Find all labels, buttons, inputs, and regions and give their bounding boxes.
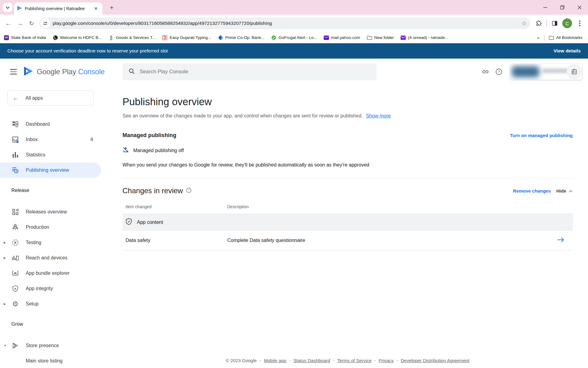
- minimize-button[interactable]: [537, 0, 554, 15]
- remove-changes-link[interactable]: Remove changes: [513, 188, 551, 194]
- view-details-button[interactable]: View details: [554, 48, 581, 54]
- browser-tab[interactable]: Publishing overview | Ratnadee ✕: [14, 2, 102, 15]
- footer-link-terms[interactable]: Terms of Service: [337, 358, 371, 363]
- search-input[interactable]: [140, 69, 371, 75]
- section-label-release: Release: [11, 188, 101, 193]
- bookmark-gst[interactable]: Goods & Services T...: [108, 35, 156, 40]
- all-bookmarks-button[interactable]: All Bookmarks: [549, 35, 582, 40]
- bookmark-star-icon[interactable]: ☆: [522, 20, 527, 27]
- bookmark-unread-mail[interactable]: (4 unread) - ratnade...: [401, 35, 448, 40]
- browser-profile-avatar[interactable]: C: [562, 18, 572, 28]
- side-panel-icon[interactable]: [549, 17, 560, 29]
- sidebar-item-setup[interactable]: ▶ ⚙ Setup: [0, 296, 101, 312]
- logo-text: Google Play Console: [37, 67, 105, 76]
- show-more-link[interactable]: Show more: [366, 113, 391, 118]
- back-button[interactable]: ←: [2, 17, 14, 29]
- managed-publishing-off-icon: [123, 147, 129, 154]
- close-button[interactable]: [571, 0, 588, 15]
- footer-link-status-dashboard[interactable]: Status Dashboard: [293, 358, 330, 363]
- bookmark-sbi[interactable]: State Bank of India: [4, 35, 46, 40]
- banner-text: Choose your account verification deadlin…: [7, 48, 168, 54]
- sidebar-item-app-integrity[interactable]: ★ App integrity: [0, 281, 101, 296]
- rocket-icon: [12, 224, 19, 231]
- browser-tab-strip: Publishing overview | Ratnadee ✕ +: [0, 0, 588, 15]
- bookmark-gujarati-typing[interactable]: Easy Gujarati Typing...: [162, 35, 211, 40]
- hamburger-menu-icon[interactable]: [7, 65, 20, 79]
- bookmarks-overflow-icon[interactable]: »: [537, 35, 539, 40]
- expand-triangle-icon[interactable]: ▶: [4, 241, 6, 244]
- verification-banner: Choose your account verification deadlin…: [0, 43, 588, 59]
- column-header-item-changed: Item changed: [123, 204, 224, 213]
- bookmarks-bar: State Bank of India Welcome to HDFC B...…: [0, 32, 588, 43]
- sidebar-item-dashboard[interactable]: Dashboard: [0, 117, 101, 132]
- sidebar-item-production[interactable]: Production: [0, 220, 101, 235]
- sidebar-item-store-presence[interactable]: ▼ Store presence: [0, 338, 101, 353]
- all-apps-button[interactable]: ← All apps: [7, 90, 94, 105]
- statistics-icon: [12, 152, 19, 158]
- emblem-icon: [108, 35, 114, 40]
- footer-link-privacy[interactable]: Privacy: [379, 358, 394, 363]
- browser-menu-kebab-icon[interactable]: [574, 17, 586, 29]
- managed-publishing-description: When you send your changes to Google for…: [123, 162, 573, 168]
- app-bundle-icon: [12, 270, 19, 276]
- footer-link-dda[interactable]: Developer Distribution Agreement: [401, 358, 469, 363]
- console-header: Google Play Console ?: [0, 59, 588, 85]
- collapse-triangle-icon[interactable]: ▼: [4, 344, 6, 347]
- sidebar-item-statistics[interactable]: Statistics: [0, 147, 101, 163]
- sidebar-item-publishing-overview[interactable]: Publishing overview: [0, 163, 101, 178]
- footer-link-mobile-app[interactable]: Mobile app: [264, 358, 286, 363]
- managed-publishing-title: Managed publishing: [123, 132, 176, 139]
- table-group-row-app-content: App content: [123, 213, 573, 231]
- tab-search-button[interactable]: [3, 3, 12, 12]
- play-logo-icon: [23, 66, 34, 78]
- restore-button[interactable]: [554, 0, 571, 15]
- console-search-bar[interactable]: [123, 63, 377, 80]
- id-badge-icon[interactable]: [567, 64, 582, 79]
- site-settings-icon[interactable]: [40, 18, 50, 28]
- globe-icon: [53, 35, 58, 40]
- help-icon[interactable]: ?: [492, 65, 506, 79]
- reload-button[interactable]: ↻: [26, 17, 37, 29]
- sidebar-item-releases-overview[interactable]: Releases overview: [0, 204, 101, 220]
- play-console-logo[interactable]: Google Play Console: [23, 66, 105, 78]
- link-icon[interactable]: [479, 65, 492, 79]
- expand-triangle-icon[interactable]: ▶: [4, 256, 6, 259]
- hide-toggle[interactable]: Hide: [556, 188, 573, 194]
- sidebar-item-testing[interactable]: ▶ Testing: [0, 235, 101, 250]
- play-console-favicon-icon: [17, 6, 22, 12]
- changes-in-review-table: Item changed Description App content: [123, 204, 573, 251]
- copyright-text: © 2023 Google: [226, 358, 257, 363]
- new-tab-button[interactable]: +: [108, 4, 116, 12]
- bookmark-prime-bank[interactable]: Prime Co-Op. Bank...: [218, 35, 265, 40]
- sidebar-item-inbox[interactable]: Inbox 4: [0, 132, 101, 147]
- bookmark-new-folder[interactable]: New folder: [367, 35, 394, 40]
- store-presence-icon: [12, 342, 19, 349]
- url-text[interactable]: play.google.com/console/u/0/developers/8…: [53, 21, 522, 26]
- green-check-icon: [271, 35, 277, 40]
- bookmark-gofrugal[interactable]: GoFrugal Alert - Lo...: [271, 35, 317, 40]
- help-circle-icon[interactable]: ?: [186, 187, 192, 194]
- gear-icon: ⚙: [12, 301, 19, 308]
- bookmark-yahoo-mail[interactable]: mail.yahoo.com: [324, 35, 360, 40]
- sidebar-item-reach-and-devices[interactable]: ▶ Reach and devices: [0, 250, 101, 266]
- footer: © 2023 Google Mobile app Status Dashboar…: [123, 358, 573, 363]
- mail-icon: [401, 35, 406, 40]
- forward-button[interactable]: →: [14, 17, 26, 29]
- tab-close-icon[interactable]: ✕: [92, 5, 99, 12]
- arrow-right-icon[interactable]: [557, 238, 564, 243]
- address-bar[interactable]: play.google.com/console/u/0/developers/8…: [39, 17, 530, 29]
- svg-text:?: ?: [188, 189, 190, 192]
- turn-on-managed-publishing-link[interactable]: Turn on managed publishing: [510, 133, 573, 138]
- gujarati-glyph-icon: [162, 35, 168, 40]
- reach-devices-icon: [12, 255, 19, 261]
- sidebar-item-app-bundle-explorer[interactable]: App bundle explorer: [0, 266, 101, 281]
- extensions-icon[interactable]: [533, 17, 545, 29]
- changes-in-review-title: Changes in review: [123, 186, 183, 195]
- table-row-data-safety[interactable]: Data safety Complete Data safety questio…: [123, 231, 573, 250]
- inbox-count-badge: 4: [90, 137, 93, 142]
- tab-title: Publishing overview | Ratnadee: [25, 6, 90, 11]
- row-item-label: Data safety: [123, 231, 224, 250]
- bookmark-hdfc[interactable]: Welcome to HDFC B...: [53, 35, 102, 40]
- expand-triangle-icon[interactable]: ▶: [4, 302, 6, 305]
- sidebar-item-main-store-listing[interactable]: Main store listing: [0, 353, 101, 368]
